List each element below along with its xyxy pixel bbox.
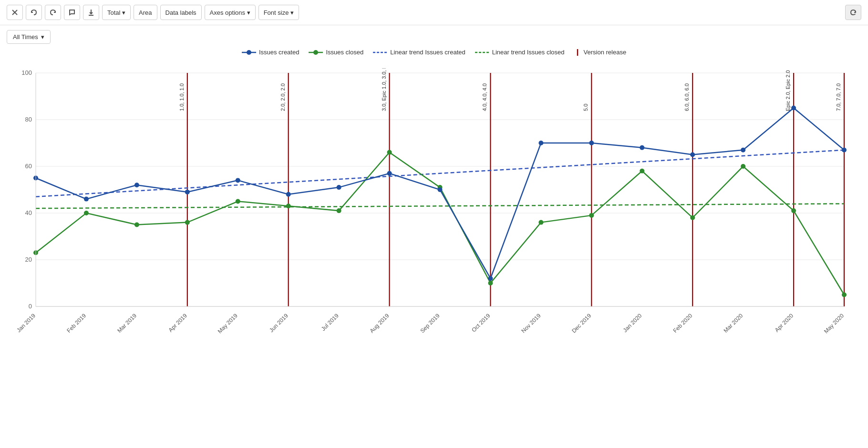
svg-point-57 xyxy=(842,293,847,297)
svg-text:7.0, 7.0, 7.0: 7.0, 7.0, 7.0 xyxy=(836,83,841,111)
svg-text:Jul 2019: Jul 2019 xyxy=(320,312,340,332)
svg-point-63 xyxy=(286,192,291,197)
svg-point-53 xyxy=(640,169,644,173)
svg-point-45 xyxy=(236,199,240,204)
svg-point-71 xyxy=(690,153,695,157)
svg-text:80: 80 xyxy=(25,116,32,123)
area-label: Area xyxy=(139,9,152,16)
chart-svg: 0204060801001.0, 1.0, 1.02.0, 2.0, 2.03.… xyxy=(10,68,858,345)
svg-text:Jan 2020: Jan 2020 xyxy=(622,312,643,334)
svg-text:Mar 2020: Mar 2020 xyxy=(722,312,744,334)
legend-trend-created-icon xyxy=(373,49,387,56)
svg-text:May 2020: May 2020 xyxy=(823,312,845,335)
svg-text:6.0, 6.0, 6.0: 6.0, 6.0, 6.0 xyxy=(684,83,690,111)
legend-version-release-label: Version release xyxy=(584,49,627,56)
total-dropdown-button[interactable]: Total ▾ xyxy=(102,5,131,20)
svg-text:May 2019: May 2019 xyxy=(217,312,239,335)
data-labels-button[interactable]: Data labels xyxy=(160,5,202,20)
svg-point-54 xyxy=(690,215,695,220)
legend-linear-trend-created-label: Linear trend Issues created xyxy=(390,49,465,56)
svg-text:2.0, 2.0, 2.0: 2.0, 2.0, 2.0 xyxy=(280,83,286,111)
svg-text:Oct 2019: Oct 2019 xyxy=(470,312,492,334)
svg-point-50 xyxy=(488,281,493,285)
svg-point-7 xyxy=(313,50,318,55)
svg-text:Sep 2019: Sep 2019 xyxy=(419,312,441,334)
svg-point-69 xyxy=(589,141,594,145)
time-filter-label: All Times xyxy=(13,33,38,41)
svg-text:Aug 2019: Aug 2019 xyxy=(368,312,390,334)
svg-point-47 xyxy=(337,208,341,213)
svg-point-62 xyxy=(236,178,240,183)
legend-linear-trend-closed-label: Linear trend Issues closed xyxy=(492,49,565,56)
svg-text:40: 40 xyxy=(25,209,32,216)
chart-legend: Issues created Issues closed Linear tren… xyxy=(0,49,868,56)
svg-point-52 xyxy=(589,213,594,218)
legend-issues-closed-label: Issues closed xyxy=(326,49,363,56)
svg-text:Dec 2019: Dec 2019 xyxy=(570,312,592,334)
svg-text:60: 60 xyxy=(25,163,32,170)
svg-text:Mar 2019: Mar 2019 xyxy=(116,312,138,334)
chart-area: 0204060801001.0, 1.0, 1.02.0, 2.0, 2.03.… xyxy=(0,63,868,356)
time-filter-button[interactable]: All Times ▾ xyxy=(7,30,51,44)
svg-point-44 xyxy=(185,220,190,225)
svg-point-43 xyxy=(134,223,139,227)
time-filter-chevron: ▾ xyxy=(41,33,44,41)
axes-options-button[interactable]: Axes options ▾ xyxy=(205,5,256,20)
svg-text:100: 100 xyxy=(21,69,32,76)
svg-point-5 xyxy=(247,50,251,55)
svg-text:20: 20 xyxy=(25,256,32,263)
svg-point-68 xyxy=(538,141,543,145)
svg-point-70 xyxy=(640,145,644,150)
refresh-button[interactable] xyxy=(845,5,861,20)
close-button[interactable] xyxy=(7,5,23,20)
svg-point-60 xyxy=(134,183,139,187)
svg-point-46 xyxy=(286,204,291,208)
legend-issues-created: Issues created xyxy=(242,49,300,56)
redo-button[interactable] xyxy=(45,5,61,20)
undo-button[interactable] xyxy=(26,5,42,20)
legend-version-release: Version release xyxy=(574,49,627,56)
comment-button[interactable] xyxy=(64,5,80,20)
download-button[interactable] xyxy=(83,5,99,20)
legend-issues-created-label: Issues created xyxy=(259,49,300,56)
legend-issues-created-line-icon xyxy=(242,49,256,56)
axes-options-label: Axes options ▾ xyxy=(210,9,250,16)
svg-point-65 xyxy=(387,171,392,176)
svg-text:Feb 2019: Feb 2019 xyxy=(65,312,87,334)
font-size-label: Font size ▾ xyxy=(264,9,294,16)
legend-linear-trend-created: Linear trend Issues created xyxy=(373,49,465,56)
font-size-button[interactable]: Font size ▾ xyxy=(258,5,299,20)
svg-point-74 xyxy=(842,148,847,153)
svg-text:Apr 2020: Apr 2020 xyxy=(774,312,795,334)
svg-text:Epic 2.0, Epic 2.0: Epic 2.0, Epic 2.0 xyxy=(785,70,791,111)
data-labels-label: Data labels xyxy=(165,9,196,16)
svg-point-64 xyxy=(337,185,341,190)
svg-text:Apr 2019: Apr 2019 xyxy=(167,312,189,334)
svg-text:1.0, 1.0, 1.0: 1.0, 1.0, 1.0 xyxy=(179,83,185,111)
legend-issues-closed: Issues closed xyxy=(309,49,363,56)
svg-text:Nov 2019: Nov 2019 xyxy=(520,312,542,334)
svg-text:Feb 2020: Feb 2020 xyxy=(672,312,694,334)
svg-point-42 xyxy=(84,211,89,215)
area-button[interactable]: Area xyxy=(134,5,157,20)
toolbar: Total ▾ Area Data labels Axes options ▾ … xyxy=(0,0,868,25)
svg-point-73 xyxy=(791,106,796,111)
svg-text:0: 0 xyxy=(29,303,32,310)
svg-point-61 xyxy=(185,190,190,194)
svg-point-51 xyxy=(538,220,543,225)
svg-point-56 xyxy=(791,208,796,213)
legend-trend-closed-icon xyxy=(475,49,489,56)
svg-point-55 xyxy=(741,164,745,169)
legend-linear-trend-closed: Linear trend Issues closed xyxy=(475,49,565,56)
svg-point-59 xyxy=(84,197,89,202)
total-label: Total ▾ xyxy=(107,9,125,16)
svg-text:4.0, 4.0, 4.0: 4.0, 4.0, 4.0 xyxy=(482,83,487,111)
svg-point-72 xyxy=(741,148,745,153)
legend-version-release-icon xyxy=(574,49,581,56)
svg-text:3.0, Epic 1.0, 3.0, Epic 1.0, : 3.0, Epic 1.0, 3.0, Epic 1.0, 3.0 xyxy=(381,68,387,111)
svg-text:5.0: 5.0 xyxy=(583,104,589,111)
svg-text:Jan 2019: Jan 2019 xyxy=(15,312,37,334)
time-filter-area: All Times ▾ xyxy=(0,25,868,49)
svg-point-67 xyxy=(488,276,493,281)
legend-issues-closed-line-icon xyxy=(309,49,323,56)
